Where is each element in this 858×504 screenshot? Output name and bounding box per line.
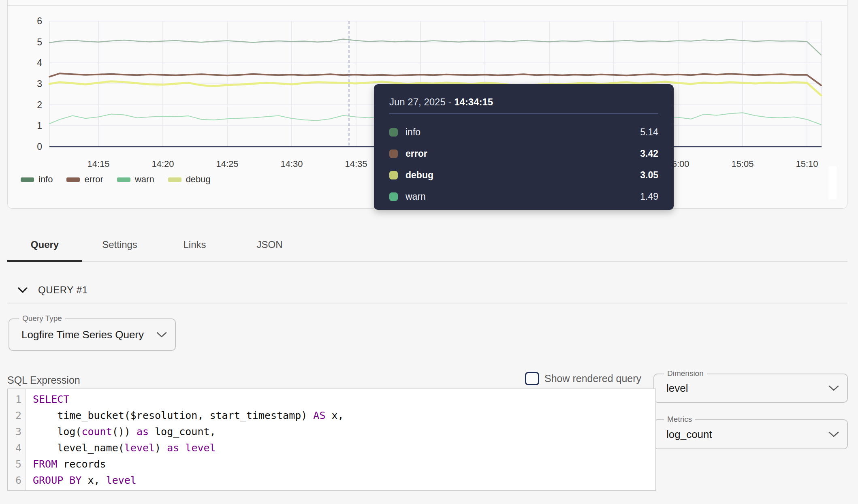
y-axis-tick-label: 4 xyxy=(37,58,42,68)
code-line: time_bucket($resolution, start_timestamp… xyxy=(33,408,655,424)
y-axis-tick-label: 6 xyxy=(37,16,42,26)
sql-expression-label: SQL Expression xyxy=(7,374,80,386)
x-axis-tick-label: 15:10 xyxy=(796,159,818,169)
y-axis-tick-label: 2 xyxy=(37,100,42,110)
chart-tooltip: Jun 27, 2025 - 14:34:15 info5.14error3.4… xyxy=(374,84,674,210)
line-number: 4 xyxy=(8,440,26,456)
chevron-down-icon xyxy=(18,287,28,293)
tab-query[interactable]: Query xyxy=(7,229,82,260)
legend-item-warn[interactable]: warn xyxy=(117,174,154,185)
legend-label: info xyxy=(38,174,53,185)
query-type-value: Logfire Time Series Query xyxy=(21,319,144,350)
x-axis-tick-label: 15:05 xyxy=(731,159,753,169)
tooltip-swatch-info xyxy=(389,128,398,137)
editor-line-number-gutter: 123456 xyxy=(8,389,26,490)
sql-editor[interactable]: 123456 SELECT time_bucket($resolution, s… xyxy=(7,389,656,491)
tooltip-swatch-warn xyxy=(389,192,398,201)
dimension-value: level xyxy=(666,374,688,402)
tooltip-row-info: info5.14 xyxy=(389,122,658,143)
tooltip-timestamp: Jun 27, 2025 - 14:34:15 xyxy=(389,96,493,108)
show-rendered-query-label: Show rendered query xyxy=(544,373,641,384)
editor-code-area[interactable]: SELECT time_bucket($resolution, start_ti… xyxy=(26,389,655,490)
x-axis-tick-label: 14:25 xyxy=(216,159,238,169)
tab-baseline xyxy=(7,261,847,262)
tooltip-row-error: error3.42 xyxy=(389,143,658,164)
line-number: 6 xyxy=(8,472,26,489)
section-divider xyxy=(7,303,847,303)
tab-settings[interactable]: Settings xyxy=(82,229,157,260)
chevron-down-icon xyxy=(828,431,839,438)
line-number: 2 xyxy=(8,408,26,424)
dimension-select[interactable]: Dimension level xyxy=(653,374,848,403)
tooltip-series-value: 3.05 xyxy=(640,170,658,181)
code-line: FROM records xyxy=(33,456,655,472)
line-number: 1 xyxy=(8,391,26,408)
tooltip-series-value: 3.42 xyxy=(640,148,658,159)
legend-swatch-error xyxy=(66,177,80,182)
tooltip-swatch-debug xyxy=(389,171,398,179)
legend-label: warn xyxy=(135,174,154,185)
tooltip-row-debug: debug3.05 xyxy=(389,164,658,186)
tooltip-series-label: debug xyxy=(406,170,433,181)
tooltip-row-warn: warn1.49 xyxy=(389,186,658,207)
legend-swatch-info xyxy=(21,177,34,182)
x-axis-tick-label: 14:30 xyxy=(280,159,303,169)
active-tab-underline xyxy=(7,260,82,262)
metrics-value: log_count xyxy=(666,420,712,448)
series-line-info xyxy=(49,39,821,55)
y-axis-tick-label: 3 xyxy=(37,79,42,89)
tooltip-rows: info5.14error3.42debug3.05warn1.49 xyxy=(389,122,658,207)
show-rendered-query-checkbox[interactable] xyxy=(525,372,539,385)
code-line: GROUP BY x, level xyxy=(33,472,655,489)
legend-swatch-warn xyxy=(117,177,130,182)
legend-item-error[interactable]: error xyxy=(66,174,103,185)
chevron-down-icon xyxy=(828,385,839,391)
metrics-select[interactable]: Metrics log_count xyxy=(653,419,848,449)
code-line: SELECT xyxy=(33,391,655,408)
tooltip-series-value: 1.49 xyxy=(640,191,658,202)
tooltip-divider xyxy=(389,113,658,114)
tab-bar: QuerySettingsLinksJSON xyxy=(7,229,307,260)
line-number: 5 xyxy=(8,456,26,472)
query-section-title: QUERY #1 xyxy=(38,284,88,296)
chart-scrollbar-thumb[interactable] xyxy=(828,166,837,199)
legend-item-info[interactable]: info xyxy=(21,174,53,185)
code-line: log(count()) as log_count, xyxy=(33,424,655,440)
tooltip-series-label: error xyxy=(406,148,427,159)
y-axis-tick-label: 0 xyxy=(37,141,42,152)
tooltip-swatch-error xyxy=(389,149,398,158)
legend-label: debug xyxy=(186,174,211,185)
y-axis-tick-label: 1 xyxy=(37,120,42,131)
x-axis-tick-label: 14:15 xyxy=(87,159,109,169)
x-axis-tick-label: 14:20 xyxy=(152,159,174,169)
tooltip-series-label: warn xyxy=(406,191,426,202)
x-axis-tick-label: 14:35 xyxy=(345,159,367,169)
query-type-select[interactable]: Query Type Logfire Time Series Query xyxy=(9,318,176,351)
legend-swatch-debug xyxy=(168,177,181,182)
legend-label: error xyxy=(84,174,103,185)
code-line: level_name(level) as level xyxy=(33,440,655,456)
chevron-down-icon xyxy=(156,332,167,338)
show-rendered-query-toggle[interactable]: Show rendered query xyxy=(525,372,641,385)
tab-json[interactable]: JSON xyxy=(232,229,307,260)
tooltip-series-value: 5.14 xyxy=(640,127,658,138)
tooltip-series-label: info xyxy=(406,127,420,138)
query-1-section-header[interactable]: QUERY #1 xyxy=(18,283,88,297)
y-axis-tick-label: 5 xyxy=(37,37,42,47)
legend-item-debug[interactable]: debug xyxy=(168,174,211,185)
line-number: 3 xyxy=(8,424,26,440)
chart-legend: infoerrorwarndebug xyxy=(21,174,211,185)
tab-links[interactable]: Links xyxy=(157,229,232,260)
